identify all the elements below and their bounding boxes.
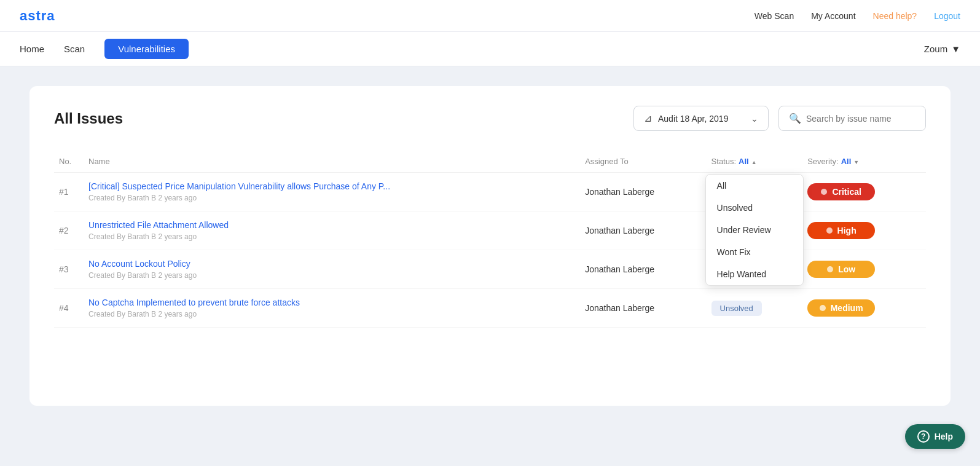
issue-name-cell: No Captcha Implemented to prevent brute … (84, 289, 580, 328)
issue-created: Created By Barath B 2 years ago (88, 271, 197, 280)
severity-filter-control[interactable]: Severity: All (807, 157, 921, 166)
assigned-to: Jonathan Laberge (580, 211, 706, 250)
table-header: No. Name Assigned To Status: All All (54, 151, 926, 173)
severity-badge-low: Low (807, 261, 875, 278)
top-nav: astra Web Scan My Account Need help? Log… (0, 0, 980, 32)
audit-chevron-icon: ⌄ (751, 114, 758, 124)
issue-number: #1 (54, 173, 84, 211)
status-option-under-review[interactable]: Under Review (706, 219, 803, 241)
sec-nav-left: Home Scan Vulnerabilities (20, 39, 189, 59)
nav-scan[interactable]: Scan (64, 44, 85, 54)
issue-name-link[interactable]: No Captcha Implemented to prevent brute … (88, 298, 575, 307)
severity-cell: Critical (802, 173, 926, 211)
nav-logout[interactable]: Logout (934, 11, 960, 21)
severity-cell: Low (802, 250, 926, 289)
issue-name-link[interactable]: [Critical] Suspected Price Manipulation … (88, 181, 575, 191)
severity-dot (826, 227, 833, 234)
severity-label-text: Low (838, 264, 855, 274)
issue-number: #2 (54, 211, 84, 250)
issue-number: #4 (54, 289, 84, 328)
assigned-to: Jonathan Laberge (580, 289, 706, 328)
severity-badge-high: High (807, 222, 875, 239)
issue-name-cell: Unrestricted File Attachment Allowed Cre… (84, 211, 580, 250)
status-option-unsolved[interactable]: Unsolved (706, 197, 803, 219)
help-label: Help (935, 432, 953, 441)
table-row: #4 No Captcha Implemented to prevent bru… (54, 289, 926, 328)
severity-badge-medium: Medium (807, 299, 875, 317)
severity-cell: High (802, 211, 926, 250)
audit-label: Audit 18 Apr, 2019 (658, 114, 728, 124)
status-badge: Unsolved (711, 301, 762, 316)
severity-cell: Medium (802, 289, 926, 328)
issues-table: No. Name Assigned To Status: All All (54, 151, 926, 328)
status-dropdown: All Unsolved Under Review Wont Fix Help … (705, 174, 804, 286)
status-option-all[interactable]: All (706, 175, 803, 197)
status-value: All (739, 157, 749, 166)
status-cell: Unsolved (707, 289, 803, 328)
sec-nav: Home Scan Vulnerabilities Zoum ▼ (0, 32, 980, 66)
issue-number: #3 (54, 250, 84, 289)
issue-name-cell: [Critical] Suspected Price Manipulation … (84, 173, 580, 211)
issue-created: Created By Barath B 2 years ago (88, 310, 197, 318)
main-card: All Issues ⊿ Audit 18 Apr, 2019 ⌄ 🔍 No (29, 86, 951, 406)
search-input[interactable] (806, 114, 915, 124)
severity-value: All (841, 157, 852, 166)
severity-label-text: Critical (832, 187, 861, 197)
search-box: 🔍 (778, 106, 926, 131)
help-button[interactable]: ? Help (905, 424, 965, 449)
issue-name-link[interactable]: No Account Lockout Policy (88, 259, 575, 269)
issue-name-link[interactable]: Unrestricted File Attachment Allowed (88, 220, 575, 230)
severity-badge-critical: Critical (807, 183, 875, 200)
filter-icon: ⊿ (644, 113, 652, 124)
page-content: All Issues ⊿ Audit 18 Apr, 2019 ⌄ 🔍 No (0, 66, 980, 425)
severity-dot (820, 305, 826, 311)
col-no: No. (54, 151, 84, 173)
issue-created: Created By Barath B 2 years ago (88, 232, 197, 241)
issues-controls: ⊿ Audit 18 Apr, 2019 ⌄ 🔍 (633, 106, 926, 131)
workspace-chevron: ▼ (951, 44, 960, 54)
assigned-to: Jonathan Laberge (580, 250, 706, 289)
severity-label-text: High (837, 226, 857, 235)
issues-header: All Issues ⊿ Audit 18 Apr, 2019 ⌄ 🔍 (54, 106, 926, 131)
nav-web-scan[interactable]: Web Scan (755, 11, 794, 21)
col-status-header[interactable]: Status: All All Unsolved Under Review Wo… (707, 151, 803, 173)
brand-logo: astra (20, 8, 55, 24)
col-assigned: Assigned To (580, 151, 706, 173)
status-chevron-up-icon (751, 157, 757, 166)
status-label: Status: (711, 157, 736, 166)
severity-dot (827, 266, 833, 272)
issue-name-cell: No Account Lockout Policy Created By Bar… (84, 250, 580, 289)
top-nav-links: Web Scan My Account Need help? Logout (755, 11, 960, 21)
nav-my-account[interactable]: My Account (811, 11, 855, 21)
nav-home[interactable]: Home (20, 44, 44, 54)
assigned-to: Jonathan Laberge (580, 173, 706, 211)
workspace-name: Zoum (924, 44, 947, 54)
nav-need-help[interactable]: Need help? (873, 11, 917, 21)
page-title: All Issues (54, 110, 123, 127)
issue-created: Created By Barath B 2 years ago (88, 194, 197, 202)
col-name: Name (84, 151, 580, 173)
status-dropdown-list: All Unsolved Under Review Wont Fix Help … (706, 175, 803, 285)
workspace-selector[interactable]: Zoum ▼ (924, 44, 960, 54)
status-filter-control[interactable]: Status: All All Unsolved Under Review Wo… (711, 157, 798, 166)
audit-dropdown[interactable]: ⊿ Audit 18 Apr, 2019 ⌄ (633, 106, 769, 131)
search-icon: 🔍 (789, 113, 801, 124)
severity-chevron-down-icon (853, 157, 859, 166)
severity-label-text: Medium (831, 303, 863, 313)
col-severity-header[interactable]: Severity: All (802, 151, 926, 173)
severity-label: Severity: (807, 157, 839, 166)
status-option-help-wanted[interactable]: Help Wanted (706, 263, 803, 285)
severity-dot (821, 189, 827, 195)
nav-vulnerabilities[interactable]: Vulnerabilities (104, 39, 189, 59)
help-circle-icon: ? (917, 430, 930, 443)
status-option-wont-fix[interactable]: Wont Fix (706, 241, 803, 263)
